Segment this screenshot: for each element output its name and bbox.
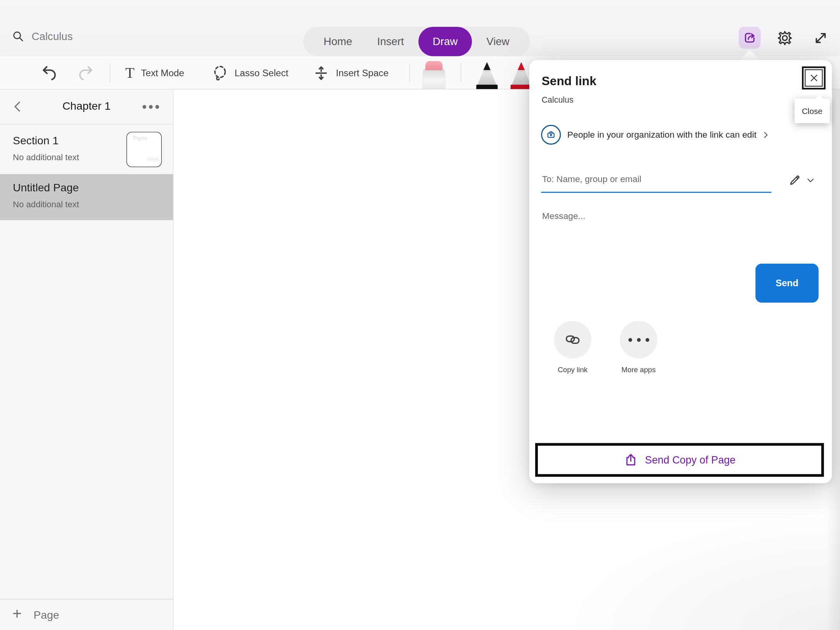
more-apps-action[interactable]: More apps bbox=[609, 321, 668, 374]
insert-space-icon bbox=[313, 65, 329, 81]
expand-icon bbox=[813, 30, 829, 46]
gear-icon bbox=[776, 30, 793, 47]
black-pen-tool[interactable] bbox=[476, 62, 498, 89]
tab-view[interactable]: View bbox=[479, 27, 517, 56]
text-mode-button[interactable]: T Text Mode bbox=[125, 56, 184, 89]
ribbon-tabs: Home Insert Draw View bbox=[303, 27, 530, 56]
send-button[interactable]: Send bbox=[755, 264, 819, 303]
top-app-bar: Calculus Home Insert Draw View bbox=[0, 0, 840, 56]
undo-button[interactable] bbox=[41, 56, 58, 89]
toolbar-divider bbox=[409, 63, 410, 83]
more-icon bbox=[628, 338, 649, 342]
copy-link-action[interactable]: Copy link bbox=[543, 321, 602, 374]
tab-insert[interactable]: Insert bbox=[370, 27, 411, 56]
share-icon bbox=[742, 31, 757, 45]
recipients-dropdown-button[interactable] bbox=[805, 176, 816, 186]
page-list-item-section1[interactable]: Section 1 No additional text Trigno cose… bbox=[0, 127, 173, 173]
settings-button[interactable] bbox=[775, 28, 794, 48]
export-icon bbox=[623, 452, 638, 468]
insert-space-button[interactable]: Insert Space bbox=[313, 56, 388, 89]
send-copy-of-page-button[interactable]: Send Copy of Page bbox=[535, 443, 824, 477]
pencil-icon bbox=[788, 173, 802, 187]
chevron-right-icon bbox=[762, 130, 770, 140]
ellipsis-icon bbox=[142, 105, 146, 108]
page-list-item-untitled[interactable]: Untitled Page No additional text bbox=[0, 174, 173, 220]
send-link-dialog: Send link Calculus Close bbox=[529, 60, 832, 483]
page-list-sidebar: Chapter 1 Section 1 No additional text T… bbox=[0, 89, 173, 630]
chevron-down-icon bbox=[805, 176, 816, 186]
app-window: Calculus Home Insert Draw View bbox=[0, 0, 840, 630]
sidebar-header: Chapter 1 bbox=[0, 89, 173, 125]
close-button[interactable] bbox=[802, 66, 826, 89]
tab-home[interactable]: Home bbox=[316, 27, 360, 56]
fullscreen-button[interactable] bbox=[811, 28, 831, 48]
tab-draw[interactable]: Draw bbox=[418, 27, 472, 56]
edit-recipients-button[interactable] bbox=[788, 173, 802, 187]
link-icon bbox=[564, 332, 582, 348]
search-icon bbox=[12, 30, 24, 43]
link-permission-row[interactable]: People in your organization with the lin… bbox=[541, 124, 819, 145]
add-page-button[interactable]: + Page bbox=[0, 599, 173, 630]
redo-icon bbox=[77, 64, 94, 81]
toolbar-divider bbox=[461, 63, 461, 83]
eraser-tool[interactable] bbox=[423, 61, 444, 88]
organization-icon bbox=[541, 124, 561, 144]
lasso-select-icon bbox=[212, 65, 228, 81]
undo-icon bbox=[41, 64, 58, 81]
message-field-wrap bbox=[541, 209, 809, 223]
plus-icon: + bbox=[12, 606, 22, 622]
to-input[interactable] bbox=[541, 170, 771, 193]
notebook-search[interactable]: Calculus bbox=[12, 30, 73, 43]
message-input[interactable] bbox=[541, 209, 809, 223]
redo-button[interactable] bbox=[77, 56, 94, 89]
text-mode-icon: T bbox=[125, 65, 135, 80]
share-button[interactable] bbox=[739, 27, 761, 49]
toolbar-divider bbox=[110, 63, 110, 83]
close-icon bbox=[808, 72, 819, 84]
notebook-title: Calculus bbox=[32, 30, 73, 43]
to-field-wrap bbox=[541, 170, 771, 193]
close-tooltip: Close bbox=[794, 98, 830, 123]
page-thumbnail: Trigno cosec bbox=[126, 132, 162, 167]
eraser-cap bbox=[425, 61, 443, 70]
dialog-title: Send link bbox=[542, 74, 597, 88]
lasso-select-button[interactable]: Lasso Select bbox=[212, 56, 288, 89]
section-more-button[interactable] bbox=[139, 96, 163, 117]
dialog-subtitle: Calculus bbox=[542, 95, 574, 105]
eraser-body bbox=[423, 68, 444, 89]
